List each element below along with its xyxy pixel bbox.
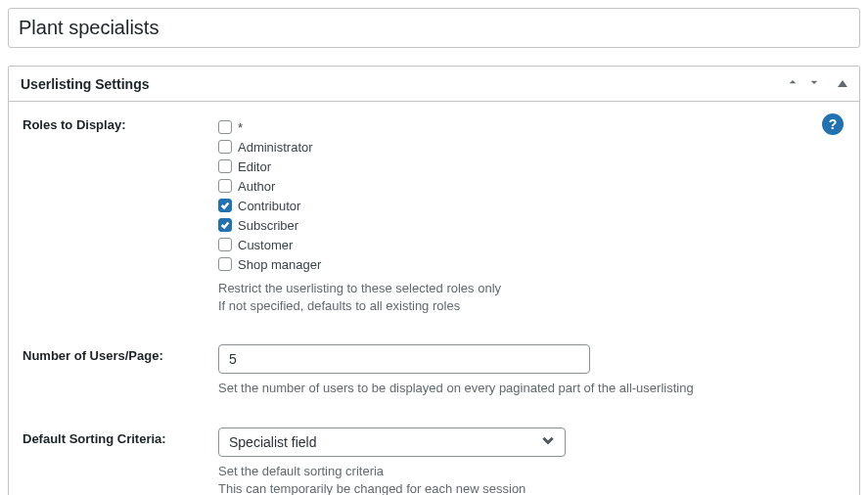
sorting-description: Set the default sorting criteria This ca… [218,463,845,495]
checkbox[interactable] [218,159,232,173]
field-perpage: Number of Users/Page: Set the number of … [23,344,845,397]
role-label: Author [238,179,275,194]
role-item-administrator[interactable]: Administrator [218,137,845,157]
role-item-editor[interactable]: Editor [218,157,845,176]
roles-label: Roles to Display: [23,117,218,315]
sorting-select[interactable]: Specialist field [218,428,566,457]
perpage-label: Number of Users/Page: [23,344,218,397]
role-item-shop-manager[interactable]: Shop manager [218,254,845,274]
role-label: Customer [238,238,293,252]
help-button[interactable]: ? [822,113,844,135]
perpage-description: Set the number of users to be displayed … [218,380,845,397]
role-item-customer[interactable]: Customer [218,235,845,254]
role-label: Editor [238,159,271,174]
role-label: Contributor [238,199,300,213]
roles-list: * Administrator Editor Author [218,117,845,274]
page-title: Plant specialists [19,17,849,39]
roles-content: * Administrator Editor Author [218,117,845,315]
title-panel: Plant specialists [8,8,860,48]
collapse-toggle-icon[interactable] [838,80,847,87]
field-roles: Roles to Display: * Administrator Editor [23,117,845,315]
checkbox[interactable] [218,179,232,193]
checkbox[interactable] [218,140,232,154]
role-item-all[interactable]: * [218,117,845,137]
header-controls [785,74,847,93]
role-item-author[interactable]: Author [218,176,845,196]
checkbox[interactable] [218,238,232,251]
checkbox[interactable] [218,218,232,232]
panel-title: Userlisting Settings [21,76,785,92]
panel-body: ? Roles to Display: * Administrator E [9,102,859,495]
sorting-desc-line2: This can temporarily be changed for each… [218,480,845,495]
role-item-subscriber[interactable]: Subscriber [218,215,845,235]
role-item-contributor[interactable]: Contributor [218,196,845,215]
checkbox[interactable] [218,120,232,134]
panel-header[interactable]: Userlisting Settings [9,67,859,102]
sorting-desc-line1: Set the default sorting criteria [218,463,845,480]
sorting-content: Specialist field Set the default sorting… [218,428,845,495]
chevron-up-icon[interactable] [785,74,800,93]
role-label: * [238,120,243,135]
perpage-content: Set the number of users to be displayed … [218,344,845,397]
chevron-down-icon [541,433,555,450]
roles-desc-line2: If not specified, defaults to all existi… [218,297,845,315]
sorting-label: Default Sorting Criteria: [23,428,218,495]
perpage-input[interactable] [218,344,590,374]
chevron-down-icon[interactable] [806,74,822,93]
role-label: Subscriber [238,218,298,233]
roles-description: Restrict the userlisting to these select… [218,280,845,315]
checkbox[interactable] [218,257,232,271]
roles-desc-line1: Restrict the userlisting to these select… [218,280,845,297]
role-label: Administrator [238,140,313,155]
sorting-selected-value: Specialist field [229,434,317,450]
field-sorting: Default Sorting Criteria: Specialist fie… [23,428,845,495]
role-label: Shop manager [238,257,321,272]
settings-panel: Userlisting Settings ? Roles to Display:… [8,66,860,495]
checkbox[interactable] [218,199,232,212]
